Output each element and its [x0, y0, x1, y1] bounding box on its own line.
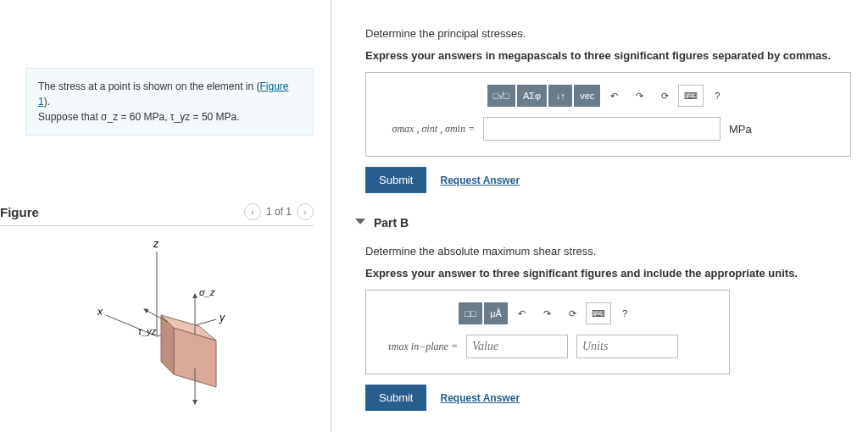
part-a-actions: Submit Request Answer — [365, 167, 851, 193]
part-b-header: Part B — [355, 215, 851, 230]
part-b-toolbar: □□ μÅ ↶ ↷ ⟳ ⌨ ? — [381, 302, 714, 324]
part-a-instruction-1: Determine the principal stresses. — [365, 25, 851, 42]
part-a-answer-row: σmax , σint , σmin = MPa — [381, 117, 835, 141]
left-panel: The stress at a point is shown on the el… — [0, 0, 331, 432]
right-panel: Determine the principal stresses. Expres… — [331, 0, 868, 432]
keyboard-button[interactable]: ⌨ — [678, 85, 704, 107]
suppose-text: Suppose that σ_z = 60 MPa, τ_yz = 50 MPa… — [38, 111, 240, 123]
help-button[interactable]: ? — [705, 85, 729, 107]
figure-header: Figure ‹ 1 of 1 › — [0, 203, 314, 226]
pager-label: 1 of 1 — [266, 206, 292, 218]
subscript-button[interactable]: ↓↑ — [548, 85, 572, 107]
part-a-toolbar: □√□ ΑΣφ ↓↑ vec ↶ ↷ ⟳ ⌨ ? — [381, 85, 835, 107]
undo-button[interactable]: ↶ — [602, 85, 626, 107]
part-b-disclosure-icon[interactable] — [355, 219, 365, 230]
units-symbol-button[interactable]: μÅ — [484, 302, 508, 324]
part-b-instruction-1: Determine the absolute maximum shear str… — [365, 243, 851, 260]
part-a-request-answer-link[interactable]: Request Answer — [440, 174, 520, 186]
part-a-lhs: σmax , σint , σmin = — [381, 123, 475, 136]
part-a-unit: MPa — [729, 123, 752, 136]
part-b-submit-button[interactable]: Submit — [365, 385, 426, 411]
figure-svg: z y x σ_z τ_yz — [47, 235, 267, 413]
part-a-submit-button[interactable]: Submit — [365, 167, 426, 193]
part-b-units-input[interactable] — [576, 335, 678, 358]
part-a: Determine the principal stresses. Expres… — [365, 25, 851, 193]
part-b: Determine the absolute maximum shear str… — [365, 243, 851, 411]
reset-button[interactable]: ⟳ — [653, 85, 676, 107]
redo-button[interactable]: ↷ — [535, 302, 559, 324]
template-button[interactable]: □√□ — [487, 85, 515, 107]
prompt-text-post: ). — [44, 96, 50, 108]
undo-button[interactable]: ↶ — [509, 302, 533, 324]
svg-line-8 — [144, 309, 168, 322]
symbols-button[interactable]: ΑΣφ — [517, 85, 547, 107]
reset-button[interactable]: ⟳ — [560, 302, 584, 324]
part-b-answer-box: □□ μÅ ↶ ↷ ⟳ ⌨ ? τmax in−plane = — [365, 290, 730, 374]
problem-statement: The stress at a point is shown on the el… — [25, 68, 314, 136]
part-b-value-input[interactable] — [466, 335, 568, 358]
pager-next-button[interactable]: › — [297, 203, 314, 220]
part-a-instruction-2: Express your answers in megapascals to t… — [365, 47, 851, 64]
part-b-actions: Submit Request Answer — [365, 385, 851, 411]
vec-button[interactable]: vec — [574, 85, 600, 107]
part-a-input[interactable] — [483, 117, 721, 141]
part-a-answer-box: □√□ ΑΣφ ↓↑ vec ↶ ↷ ⟳ ⌨ ? σmax , σint , σ… — [365, 72, 851, 157]
figure-heading: Figure — [0, 205, 39, 219]
figure-pager: ‹ 1 of 1 › — [244, 203, 314, 220]
part-b-request-answer-link[interactable]: Request Answer — [440, 392, 520, 404]
pager-prev-button[interactable]: ‹ — [244, 203, 261, 220]
axis-y-label: y — [219, 312, 225, 324]
part-b-answer-row: τmax in−plane = — [381, 335, 714, 358]
prompt-text-pre: The stress at a point is shown on the el… — [38, 80, 259, 92]
part-b-instruction-2: Express your answer to three significant… — [365, 265, 851, 282]
axis-z-label: z — [153, 238, 159, 250]
help-button[interactable]: ? — [613, 302, 637, 324]
axis-x-label: x — [97, 306, 103, 318]
part-b-title: Part B — [374, 216, 409, 230]
keyboard-button[interactable]: ⌨ — [586, 302, 611, 324]
sigma-z-label: σ_z — [199, 287, 215, 297]
redo-button[interactable]: ↷ — [627, 85, 651, 107]
part-b-lhs: τmax in−plane = — [381, 341, 458, 353]
tau-yz-label: τ_yz — [138, 326, 157, 336]
template-button[interactable]: □□ — [459, 302, 482, 324]
